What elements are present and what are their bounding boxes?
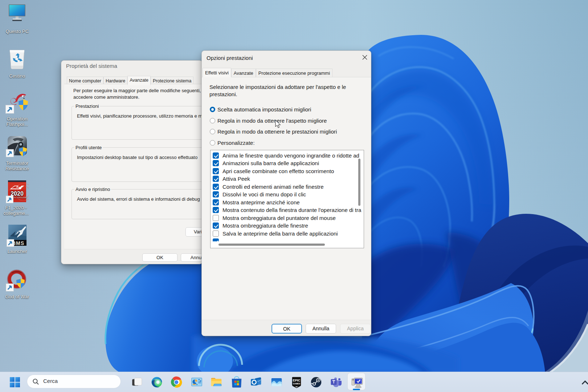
svg-text:EPIC: EPIC (293, 379, 301, 382)
svg-text:GAMES: GAMES (293, 383, 301, 385)
svg-text:2020: 2020 (11, 191, 24, 197)
